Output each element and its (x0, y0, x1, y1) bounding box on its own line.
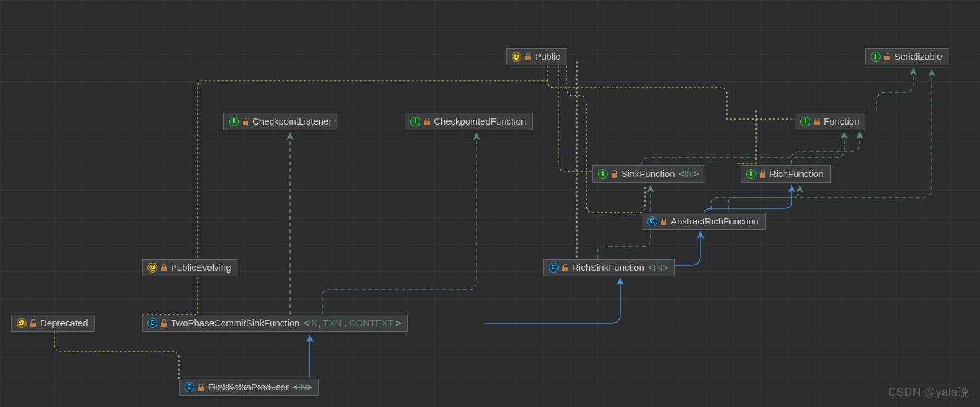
annotation-icon: @ (147, 263, 157, 273)
lock-icon (760, 170, 766, 178)
interface-icon: I (871, 52, 881, 62)
node-rich-sink-function[interactable]: C RichSinkFunction <IN> (543, 259, 675, 276)
node-label: CheckpointListener (252, 116, 331, 126)
lock-icon (161, 319, 167, 327)
generics: <IN> (679, 168, 699, 179)
node-abstract-rich-function[interactable]: C AbstractRichFunction (642, 213, 766, 230)
node-label: Public (535, 51, 560, 62)
lock-icon (612, 170, 618, 178)
annotation-icon: @ (17, 318, 27, 328)
annotation-icon: @ (512, 52, 521, 62)
node-label: AbstractRichFunction (671, 216, 759, 226)
node-checkpoint-listener[interactable]: I CheckpointListener (223, 113, 338, 130)
node-label: PublicEvolving (171, 262, 231, 273)
lock-icon (198, 384, 204, 391)
interface-icon: I (746, 169, 756, 179)
node-public[interactable]: @ Public (506, 48, 567, 65)
edges-layer (0, 0, 980, 407)
node-label: RichFunction (770, 168, 824, 179)
class-icon: C (185, 382, 194, 392)
node-label: RichSinkFunction (572, 262, 644, 273)
node-label: Deprecated (40, 318, 88, 328)
generics: <IN, TXN , CONTEXT > (303, 318, 401, 328)
interface-icon: I (800, 117, 810, 126)
lock-icon (161, 264, 167, 271)
node-label: SinkFunction (621, 168, 675, 179)
node-label: CheckpointedFunction (434, 116, 526, 126)
node-label: Function (824, 116, 860, 126)
lock-icon (525, 53, 531, 60)
class-icon: C (549, 263, 559, 273)
node-function[interactable]: I Function (795, 113, 866, 130)
generics: <IN> (648, 262, 668, 273)
lock-icon (30, 319, 36, 327)
node-label: Serializable (894, 51, 942, 62)
node-rich-function[interactable]: I RichFunction (741, 165, 831, 183)
node-two-phase-commit-sink-function[interactable]: C TwoPhaseCommitSinkFunction <IN, TXN , … (142, 314, 408, 332)
class-icon: C (647, 216, 657, 226)
interface-icon: I (410, 117, 420, 126)
node-flink-kafka-producer[interactable]: C FlinkKafkaProducer <IN> (179, 379, 319, 396)
lock-icon (424, 118, 430, 125)
node-checkpointed-function[interactable]: I CheckpointedFunction (405, 113, 533, 130)
lock-icon (243, 118, 249, 125)
class-icon: C (147, 318, 157, 328)
interface-icon: I (229, 117, 239, 126)
node-sink-function[interactable]: I SinkFunction <IN> (592, 165, 705, 183)
interface-icon: I (598, 169, 608, 179)
node-label: FlinkKafkaProducer (208, 382, 289, 392)
node-deprecated[interactable]: @ Deprecated (11, 314, 95, 332)
node-serializable[interactable]: I Serializable (865, 48, 949, 65)
node-label: TwoPhaseCommitSinkFunction (171, 318, 299, 328)
node-public-evolving[interactable]: @ PublicEvolving (142, 259, 238, 276)
lock-icon (884, 53, 891, 60)
watermark: CSDN @yala说 (888, 385, 969, 400)
lock-icon (661, 218, 667, 225)
lock-icon (562, 264, 568, 271)
lock-icon (814, 118, 820, 125)
generics: <IN> (293, 382, 313, 392)
